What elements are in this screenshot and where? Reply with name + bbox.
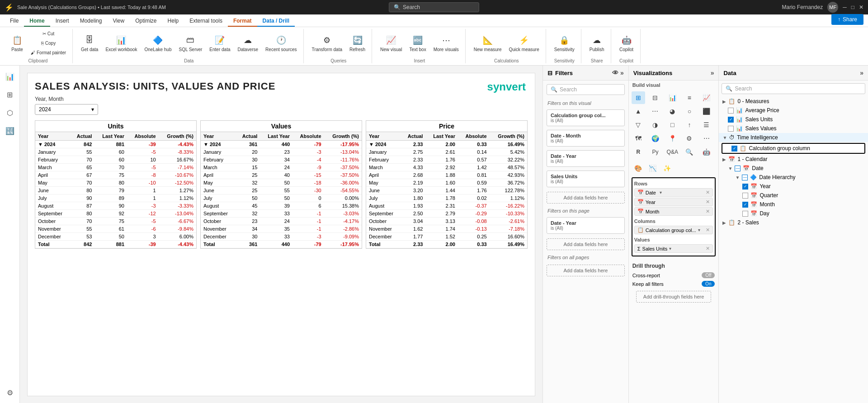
tab-view[interactable]: View bbox=[107, 16, 130, 27]
maximize-btn[interactable]: □ bbox=[851, 4, 854, 10]
new-measure-button[interactable]: 📐 New measure bbox=[471, 33, 505, 54]
tree-item-sales[interactable]: ▶ 📋 2 - Sales bbox=[719, 218, 868, 227]
viz-analytics-icon[interactable]: 📉 bbox=[646, 162, 660, 175]
data-search[interactable]: 🔍 Search bbox=[722, 83, 865, 94]
filter-item-date-year[interactable]: Date - Year is (All) bbox=[547, 150, 625, 167]
tree-item-quarter[interactable]: 📅 Quarter bbox=[719, 191, 868, 200]
report-view-icon[interactable]: 📊 bbox=[3, 69, 17, 84]
text-box-button[interactable]: 🔤 Text box bbox=[406, 33, 429, 54]
tree-item-date-hierarchy[interactable]: ▼ — 🔷 Date Hierarchy bbox=[719, 173, 868, 182]
viz-filled-map-icon[interactable]: 🌍 bbox=[648, 132, 662, 145]
tree-item-month[interactable]: ✓ 📅 Month bbox=[719, 200, 868, 209]
tree-item-calendar[interactable]: ▶ 📅 1 - Calendar bbox=[719, 155, 868, 164]
tree-item-sales-values[interactable]: 📊 Sales Values bbox=[719, 124, 868, 133]
filters-search[interactable]: 🔍 Search bbox=[547, 84, 625, 95]
viz-python-icon[interactable]: Py bbox=[648, 146, 662, 158]
tab-file[interactable]: File bbox=[5, 16, 24, 27]
sql-server-button[interactable]: 🗃 SQL Server bbox=[176, 33, 205, 54]
minimize-btn[interactable]: ─ bbox=[843, 4, 847, 10]
tree-item-measures[interactable]: ▶ 📋 0 - Measures bbox=[719, 97, 868, 106]
format-painter-button[interactable]: 🖌Format painter bbox=[28, 48, 69, 57]
filter-item-page-date-year[interactable]: Date - Year is (All) bbox=[547, 217, 625, 234]
viz-r-icon[interactable]: R bbox=[632, 146, 645, 158]
add-all-pages-fields-btn[interactable]: Add data fields here bbox=[547, 265, 625, 276]
quick-measure-button[interactable]: ⚡ Quick measure bbox=[506, 33, 542, 54]
viz-format-icon[interactable]: 🎨 bbox=[632, 162, 645, 175]
filters-eye-icon[interactable]: 👁 bbox=[612, 69, 618, 76]
get-data-button[interactable]: 🗄 Get data bbox=[78, 33, 101, 54]
dax-query-icon[interactable]: 🔣 bbox=[3, 123, 17, 138]
enter-data-button[interactable]: 📝 Enter data bbox=[207, 33, 233, 54]
tree-item-calc-group-col[interactable]: ✓ 📋 Calculation group column bbox=[722, 143, 865, 154]
field-month[interactable]: 📅 Month ✕ bbox=[634, 207, 713, 216]
viz-funnel-icon[interactable]: ▽ bbox=[632, 119, 645, 131]
more-visuals-button[interactable]: ⋯ More visuals bbox=[431, 33, 462, 54]
remove-month-btn[interactable]: ✕ bbox=[706, 209, 710, 214]
checkbox-avg-price[interactable] bbox=[728, 108, 734, 114]
viz-smart-icon[interactable]: 🔍 bbox=[683, 146, 696, 158]
refresh-button[interactable]: 🔄 Refresh bbox=[347, 33, 368, 54]
viz-matrix-icon[interactable]: ⊟ bbox=[648, 91, 662, 104]
field-calc-group[interactable]: 📋 Calculation group col... ▾ ✕ bbox=[634, 226, 713, 234]
copilot-button[interactable]: 🤖 Copilot bbox=[617, 33, 637, 54]
filters-expand-icon[interactable]: » bbox=[620, 69, 624, 76]
tab-help[interactable]: Help bbox=[162, 16, 184, 27]
viz-table-icon[interactable]: ⊞ bbox=[632, 91, 645, 104]
paste-button[interactable]: 📋 Paste bbox=[7, 33, 27, 54]
tree-item-day[interactable]: 📅 Day bbox=[719, 209, 868, 218]
tree-item-time-intelligence[interactable]: ▼ ⏱ Time Intelligence bbox=[719, 133, 868, 142]
viz-line-icon[interactable]: 📈 bbox=[700, 91, 713, 104]
onelake-hub-button[interactable]: 🔷 OneLake hub bbox=[142, 33, 174, 54]
table-view-icon[interactable]: ⊞ bbox=[3, 87, 17, 102]
field-sales-units[interactable]: Σ Sales Units ▾ ✕ bbox=[634, 244, 713, 253]
transform-data-button[interactable]: ⚙ Transform data bbox=[309, 33, 345, 54]
share-button[interactable]: ↑ Share bbox=[831, 14, 863, 25]
tab-data-drill[interactable]: Data / Drill bbox=[257, 16, 295, 27]
viz-scatter-icon[interactable]: ⋯ bbox=[648, 105, 662, 118]
viz-qna-icon[interactable]: Q&A bbox=[665, 146, 679, 158]
viz-expand-icon[interactable]: » bbox=[711, 69, 714, 76]
viz-copilot-viz-icon[interactable]: 🤖 bbox=[700, 146, 713, 158]
field-year[interactable]: 📅 Year ✕ bbox=[634, 198, 713, 206]
checkbox-day[interactable] bbox=[742, 211, 748, 217]
tab-insert[interactable]: Insert bbox=[50, 16, 75, 27]
tab-format[interactable]: Format bbox=[228, 16, 257, 27]
checkbox-date-hier[interactable]: — bbox=[742, 175, 748, 180]
tab-external-tools[interactable]: External tools bbox=[184, 16, 228, 27]
viz-bar-icon[interactable]: 📊 bbox=[665, 91, 679, 104]
tree-item-sales-units[interactable]: ✓ 📊 Sales Units bbox=[719, 115, 868, 124]
slicer-dropdown[interactable]: 2024 ▾ bbox=[35, 104, 98, 115]
sensitivity-button[interactable]: 🔒 Sensitivity bbox=[552, 33, 577, 54]
filter-item-calc-group[interactable]: Calculation group col... is (All) bbox=[547, 109, 625, 126]
cut-button[interactable]: ✂Cut bbox=[28, 29, 69, 38]
viz-azure-map-icon[interactable]: 📍 bbox=[665, 132, 679, 145]
add-page-fields-btn[interactable]: Add data fields here bbox=[547, 238, 625, 250]
viz-ai-icon[interactable]: ✨ bbox=[660, 162, 674, 175]
checkbox-date[interactable]: — bbox=[735, 166, 741, 171]
checkbox-month[interactable]: ✓ bbox=[742, 202, 748, 208]
tab-home[interactable]: Home bbox=[24, 16, 50, 27]
excel-workbook-button[interactable]: 📊 Excel workbook bbox=[103, 33, 140, 54]
keep-filters-status[interactable]: On bbox=[702, 281, 715, 287]
tab-modeling[interactable]: Modeling bbox=[75, 16, 108, 27]
remove-calc-group-btn[interactable]: ✕ bbox=[706, 227, 710, 233]
tree-item-avg-price[interactable]: 📊 Average Price bbox=[719, 106, 868, 115]
checkbox-calc-group-col[interactable]: ✓ bbox=[731, 146, 737, 152]
checkbox-sales-values[interactable] bbox=[728, 126, 734, 132]
tree-item-year[interactable]: ✓ 📅 Year bbox=[719, 182, 868, 191]
field-date[interactable]: 📅 Date ▾ ✕ bbox=[634, 188, 713, 197]
viz-gauge-icon[interactable]: ◑ bbox=[648, 119, 662, 131]
checkbox-sales-units[interactable]: ✓ bbox=[728, 117, 734, 123]
remove-sales-units-btn[interactable]: ✕ bbox=[706, 246, 710, 251]
viz-pie-icon[interactable]: ◕ bbox=[665, 105, 679, 118]
settings-icon[interactable]: ⚙ bbox=[3, 385, 17, 400]
new-visual-button[interactable]: 📈 New visual bbox=[377, 33, 405, 54]
close-btn[interactable]: ✕ bbox=[859, 4, 863, 10]
viz-treemap-icon[interactable]: ⬛ bbox=[700, 105, 713, 118]
viz-bar-horizontal-icon[interactable]: ≡ bbox=[683, 91, 696, 104]
filter-item-sales-units[interactable]: Sales Units is (All) bbox=[547, 171, 625, 187]
model-view-icon[interactable]: ⬡ bbox=[3, 105, 17, 120]
remove-year-btn[interactable]: ✕ bbox=[706, 199, 710, 205]
viz-slicer-icon[interactable]: ☰ bbox=[700, 119, 713, 131]
viz-map-icon[interactable]: 🗺 bbox=[632, 132, 645, 145]
